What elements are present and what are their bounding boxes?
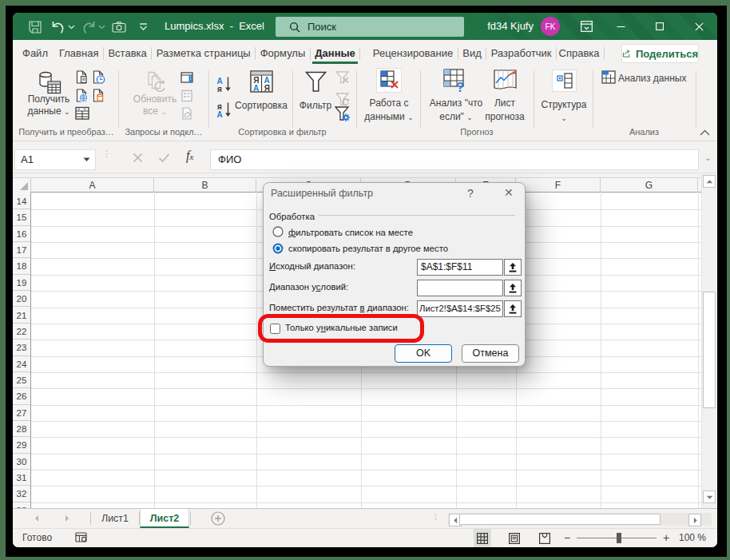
svg-text:Я: Я [264,84,270,93]
svg-text:А: А [217,110,223,119]
svg-text:я: я [217,85,222,93]
svg-text:А: А [253,84,259,93]
svg-text:?: ? [456,80,464,93]
